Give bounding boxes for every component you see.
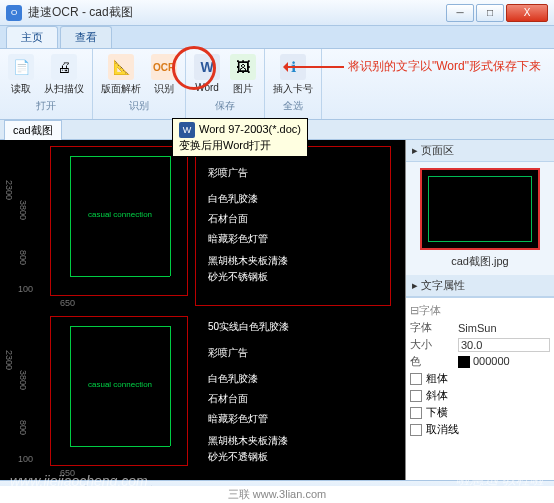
titlebar: O 捷速OCR - cad截图 ─ □ X [0,0,554,26]
window-title: 捷速OCR - cad截图 [28,4,446,21]
minimize-button[interactable]: ─ [446,4,474,22]
side-pane: ▸ 页面区 cad截图.jpg ▸ 文字属性 ⊟ 字体 字体SimSun 大小3… [406,140,554,480]
save-image-button[interactable]: 🖼图片 [228,52,258,98]
page-thumbnail[interactable] [420,168,540,250]
tab-view[interactable]: 查看 [60,26,112,48]
canvas[interactable]: casual connection 彩喷广告 白色乳胶漆 石材台面 暗藏彩色灯管… [0,140,406,480]
ribbon-tabs: 主页 查看 [0,26,554,48]
strike-checkbox[interactable] [410,424,422,436]
close-button[interactable]: X [506,4,548,22]
app-icon: O [6,5,22,21]
insert-button[interactable]: ℹ插入卡号 [271,52,315,98]
save-word-tooltip: WWord 97-2003(*.doc) 变换后用Word打开 [172,118,308,157]
tab-home[interactable]: 主页 [6,26,58,48]
property-grid: ⊟ 字体 字体SimSun 大小30.0 色000000 粗体 斜体 下横 取消… [406,297,554,480]
props-header: ▸ 文字属性 [406,275,554,297]
font-name[interactable]: SimSun [458,322,550,334]
group-open: 打开 [36,99,56,113]
group-save: 保存 [215,99,235,113]
bold-checkbox[interactable] [410,373,422,385]
doc-tab-cad[interactable]: cad截图 [4,120,62,140]
cad-view-top: casual connection 彩喷广告 白色乳胶漆 石材台面 暗藏彩色灯管… [0,140,405,310]
font-size[interactable]: 30.0 [458,338,550,352]
ocr-button[interactable]: OCR识别 [149,52,179,98]
footer-text: 三联 www.3lian.com [0,486,554,503]
pages-header: ▸ 页面区 [406,140,554,162]
word-icon: W [179,122,195,138]
annotation-text: 将识别的文字以"Word"形式保存下来 [348,58,541,75]
save-word-button[interactable]: WWord [192,52,222,98]
italic-checkbox[interactable] [410,390,422,402]
group-select: 全选 [283,99,303,113]
thumbnail-label: cad截图.jpg [451,254,508,269]
layout-button[interactable]: 📐版面解析 [99,52,143,98]
read-button[interactable]: 📄读取 [6,52,36,98]
cad-view-bottom: casual connection 50实线白色乳胶漆 彩喷广告 白色乳胶漆 石… [0,310,405,480]
maximize-button[interactable]: □ [476,4,504,22]
underline-checkbox[interactable] [410,407,422,419]
font-color[interactable]: 000000 [458,355,550,368]
scan-button[interactable]: 🖨从扫描仪 [42,52,86,98]
group-recognize: 识别 [129,99,149,113]
